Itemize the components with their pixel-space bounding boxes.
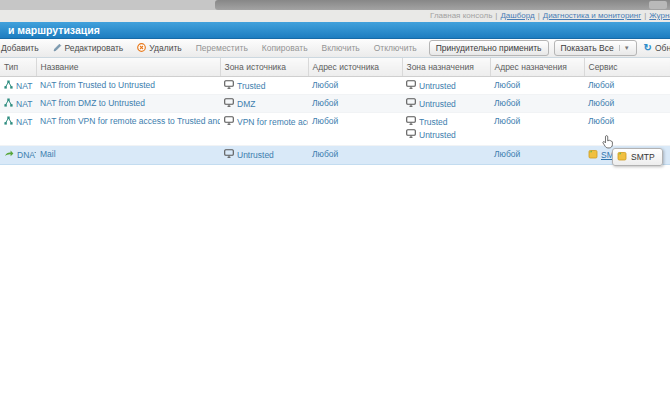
dst-address: Любой — [494, 116, 520, 126]
dst-address: Любой — [494, 98, 520, 108]
column-header-src-addr[interactable]: Адрес источника — [308, 58, 402, 77]
service-tooltip: SMTP — [612, 148, 663, 166]
enable-button-label: Включить — [322, 43, 360, 53]
top-nav-link-logs[interactable]: Журналы и Отчёты — [649, 11, 670, 20]
chevron-down-icon: ▼ — [619, 45, 630, 51]
chrome-corner-button[interactable] — [649, 1, 667, 9]
nav-separator: | — [644, 11, 646, 20]
table-row-selected[interactable]: DNAT Mail Untrusted Любой Любой SMTP — [0, 146, 670, 165]
rule-name: NAT from Trusted to Untrusted — [40, 80, 155, 90]
move-button-label: Переместить — [196, 43, 248, 53]
disable-button-label: Отключить — [374, 43, 417, 53]
nav-separator: | — [538, 11, 540, 20]
pencil-icon — [53, 43, 62, 54]
nat-rule-icon — [4, 116, 13, 127]
force-apply-label: Принудительно применить — [436, 43, 542, 53]
nat-rule-icon — [4, 98, 13, 109]
refresh-button-label: Обновить — [655, 43, 670, 53]
column-header-dst-addr[interactable]: Адрес назначения — [490, 58, 584, 77]
show-filter-dropdown[interactable]: Показать Все ▼ — [554, 40, 637, 56]
table-row[interactable]: NAT NAT from DMZ to Untrusted DMZ Любой … — [0, 95, 670, 113]
top-nav-link-dashboard[interactable]: Дашборд — [500, 11, 534, 20]
zone-icon — [406, 80, 416, 91]
rule-name: NAT from DMZ to Untrusted — [40, 98, 145, 108]
app-window: Главная консоль|Дашборд|Диагностика и мо… — [0, 0, 670, 400]
refresh-button[interactable]: ↻ Обновить — [637, 41, 670, 55]
rule-type: NAT — [16, 117, 32, 127]
delete-button-label: Удалить — [149, 43, 181, 53]
toolbar: Добавить Редактировать Удалить Перемести… — [0, 39, 670, 58]
zone-icon — [224, 116, 234, 127]
zone-icon — [224, 80, 234, 91]
zone-icon — [224, 149, 234, 160]
show-filter-label: Показать Все — [561, 43, 614, 53]
zone-icon — [406, 129, 416, 140]
rule-type: NAT — [16, 81, 32, 91]
zone-icon — [406, 116, 416, 127]
zone-label: Trusted — [237, 81, 266, 91]
zone-icon — [406, 98, 416, 109]
zone-label: DMZ — [237, 99, 255, 109]
column-header-service[interactable]: Сервис — [584, 58, 670, 77]
zone-label: Trusted — [419, 117, 448, 127]
service-icon — [588, 149, 598, 161]
edit-button-label: Редактировать — [65, 43, 124, 53]
column-header-type[interactable]: Тип — [0, 58, 36, 77]
rule-name: NAT from VPN for remote access to Truste… — [40, 116, 220, 126]
zone-label: Untrusted — [419, 99, 456, 109]
src-address: Любой — [312, 80, 338, 90]
column-header-src-zone[interactable]: Зона источника — [220, 58, 308, 77]
disable-button[interactable]: Отключить — [367, 41, 424, 55]
copy-button-label: Копировать — [262, 43, 308, 53]
src-address: Любой — [312, 149, 338, 159]
column-header-dst-zone[interactable]: Зона назначения — [402, 58, 490, 77]
zone-label: VPN for remote access — [237, 117, 308, 127]
zone-icon — [224, 98, 234, 109]
page-title-text: и маршрутизация — [8, 24, 100, 36]
nav-separator: | — [495, 11, 497, 20]
add-button-label: Добавить — [1, 43, 39, 53]
dst-address: Любой — [494, 80, 520, 90]
add-button[interactable]: Добавить — [0, 41, 46, 55]
refresh-icon: ↻ — [644, 44, 652, 52]
delete-icon — [137, 43, 146, 54]
rule-name: Mail — [40, 149, 56, 159]
zone-label: Untrusted — [419, 81, 456, 91]
top-nav: Главная консоль|Дашборд|Диагностика и мо… — [0, 10, 670, 22]
delete-button[interactable]: Удалить — [130, 41, 188, 56]
edit-button[interactable]: Редактировать — [46, 41, 131, 56]
force-apply-button[interactable]: Принудительно применить — [429, 40, 549, 56]
column-header-name[interactable]: Название — [36, 58, 220, 77]
rule-type: NAT — [16, 99, 32, 109]
src-address: Любой — [312, 98, 338, 108]
rule-type: DNAT — [17, 150, 36, 160]
zone-label: Untrusted — [237, 150, 274, 160]
zone-label: Untrusted — [419, 130, 456, 140]
top-nav-link-diagnostics[interactable]: Диагностика и мониторинг — [543, 11, 641, 20]
page-title: и маршрутизация — [0, 22, 670, 39]
service-value: Любой — [588, 80, 614, 90]
top-nav-current: Главная консоль — [430, 11, 492, 20]
dnat-rule-icon — [4, 149, 14, 160]
service-value: Любой — [588, 116, 614, 126]
copy-button[interactable]: Копировать — [255, 41, 315, 55]
service-tooltip-label: SMTP — [631, 152, 655, 162]
dst-address: Любой — [494, 149, 520, 159]
enable-button[interactable]: Включить — [315, 41, 367, 55]
nat-rules-table: Тип Название Зона источника Адрес источн… — [0, 58, 670, 165]
table-row[interactable]: NAT NAT from VPN for remote access to Tr… — [0, 113, 670, 146]
dst-zone-empty-cell — [402, 146, 490, 165]
src-address: Любой — [312, 116, 338, 126]
service-icon — [617, 151, 627, 163]
chrome-inner-bar — [215, 0, 670, 10]
service-value: Любой — [588, 98, 614, 108]
browser-chrome-strip — [0, 0, 670, 10]
move-button[interactable]: Переместить — [189, 41, 255, 55]
nat-rule-icon — [4, 80, 13, 91]
table-header-row: Тип Название Зона источника Адрес источн… — [0, 58, 670, 77]
table-row[interactable]: NAT NAT from Trusted to Untrusted Truste… — [0, 77, 670, 95]
